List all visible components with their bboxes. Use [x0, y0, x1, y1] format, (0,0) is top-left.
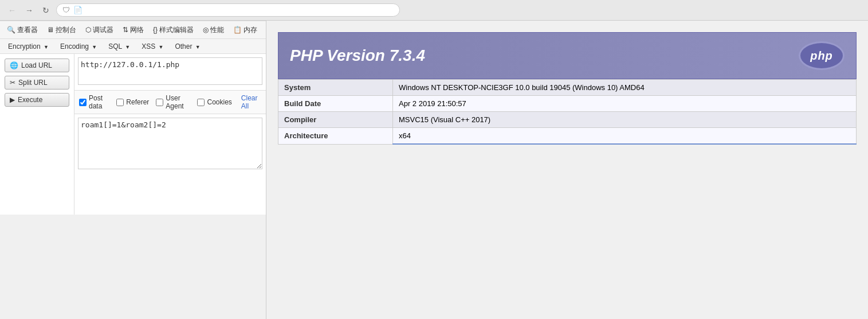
execute-button[interactable]: ▶ Execute [5, 93, 69, 107]
style-editor-icon: {} [153, 26, 158, 34]
php-logo: php [799, 41, 845, 70]
other-menu[interactable]: Other ▼ [170, 41, 205, 52]
hackbar-panel: 🔍 查看器 🖥 控制台 ⬡ 调试器 ⇅ 网络 {} 样式编辑器 [0, 21, 266, 319]
user-agent-checkbox-label[interactable]: User Agent [156, 94, 190, 110]
split-url-button[interactable]: ✂ Split URL [5, 76, 69, 90]
referer-checkbox[interactable] [116, 99, 124, 106]
memory-label: 内存 [243, 25, 257, 35]
back-button[interactable]: ← [6, 5, 18, 16]
encryption-arrow-icon: ▼ [44, 44, 49, 50]
hackbar-menubar: Encryption ▼ Encoding ▼ SQL ▼ XSS ▼ Othe… [0, 39, 266, 54]
security-icon: 🛡 [62, 6, 70, 14]
encryption-menu[interactable]: Encryption ▼ [3, 41, 53, 52]
post-bar: Post data Referer User Agent Cookie [74, 91, 266, 114]
inspector-label: 查看器 [17, 25, 38, 35]
devtools-debugger[interactable]: ⬡ 调试器 [81, 23, 118, 37]
debugger-icon: ⬡ [85, 26, 91, 34]
devtools-console[interactable]: 🖥 控制台 [42, 23, 81, 37]
table-row: Build Date Apr 2 2019 21:50:57 [278, 96, 857, 112]
app-window: ← → ↻ 🛡 📄 127.0.0.1/1.php 🔍 查看器 🖥 控制台 [0, 0, 868, 319]
sql-arrow-icon: ▼ [125, 44, 130, 50]
debugger-label: 调试器 [93, 25, 113, 35]
post-data-field[interactable]: roam1[]=1&roam2[]=2 [78, 118, 262, 169]
system-label: System [278, 80, 393, 96]
load-url-button[interactable]: 🌐 Load URL [5, 59, 69, 72]
encoding-menu[interactable]: Encoding ▼ [56, 41, 101, 52]
devtools-performance[interactable]: ◎ 性能 [198, 23, 229, 37]
memory-icon: 📋 [233, 26, 242, 34]
devtools-inspector[interactable]: 🔍 查看器 [2, 23, 42, 37]
performance-label: 性能 [210, 25, 224, 35]
cookies-checkbox-label[interactable]: Cookies [197, 98, 231, 106]
url-area: http://127.0.0.1/1.php [74, 54, 266, 91]
post-data-checkbox[interactable] [79, 99, 87, 106]
php-header: PHP Version 7.3.4 php [278, 32, 857, 79]
table-row: Architecture x64 [278, 128, 857, 145]
table-row: System Windows NT DESKTOP-NCIE3GF 10.0 b… [278, 80, 857, 96]
hackbar-main: http://127.0.0.1/1.php Post data Referer [74, 54, 266, 215]
architecture-value: x64 [393, 128, 857, 145]
sql-menu[interactable]: SQL ▼ [104, 41, 135, 52]
table-row: Compiler MSVC15 (Visual C++ 2017) [278, 112, 857, 128]
post-data-checkbox-label[interactable]: Post data [79, 94, 109, 110]
load-url-icon: 🌐 [10, 61, 18, 69]
build-date-label: Build Date [278, 96, 393, 112]
php-info-panel: PHP Version 7.3.4 php System Windows NT … [266, 21, 868, 319]
console-label: 控制台 [56, 25, 76, 35]
xss-arrow-icon: ▼ [158, 44, 163, 50]
compiler-label: Compiler [278, 112, 393, 128]
console-icon: 🖥 [47, 26, 54, 34]
network-icon: ⇅ [123, 26, 128, 34]
other-arrow-icon: ▼ [195, 44, 201, 50]
xss-menu[interactable]: XSS ▼ [137, 41, 168, 52]
devtools-network[interactable]: ⇅ 网络 [118, 23, 148, 37]
encoding-arrow-icon: ▼ [92, 44, 97, 50]
clear-all-link[interactable]: Clear All [241, 94, 261, 110]
network-label: 网络 [130, 25, 144, 35]
browser-chrome: ← → ↻ 🛡 📄 127.0.0.1/1.php [0, 0, 868, 21]
build-date-value: Apr 2 2019 21:50:57 [393, 96, 857, 112]
cookies-checkbox[interactable] [197, 99, 205, 106]
hackbar-url-field[interactable]: http://127.0.0.1/1.php [78, 57, 262, 85]
page-icon: 📄 [73, 6, 83, 14]
devtools-storage[interactable]: 💾 存储 [262, 23, 266, 37]
refresh-button[interactable]: ↻ [40, 5, 52, 16]
referer-checkbox-label[interactable]: Referer [116, 98, 149, 106]
php-version-title: PHP Version 7.3.4 [290, 46, 425, 65]
compiler-value: MSVC15 (Visual C++ 2017) [393, 112, 857, 128]
content-area: 🔍 查看器 🖥 控制台 ⬡ 调试器 ⇅ 网络 {} 样式编辑器 [0, 21, 868, 319]
inspector-icon: 🔍 [7, 26, 15, 34]
php-info-table: System Windows NT DESKTOP-NCIE3GF 10.0 b… [278, 79, 857, 145]
execute-icon: ▶ [10, 96, 15, 104]
performance-icon: ◎ [203, 26, 209, 34]
user-agent-checkbox[interactable] [156, 99, 163, 106]
architecture-label: Architecture [278, 128, 393, 145]
devtools-memory[interactable]: 📋 内存 [229, 23, 262, 37]
style-editor-label: 样式编辑器 [159, 25, 194, 35]
hackbar-body: 🌐 Load URL ✂ Split URL ▶ Execute [0, 54, 266, 215]
devtools-toolbar: 🔍 查看器 🖥 控制台 ⬡ 调试器 ⇅ 网络 {} 样式编辑器 [0, 21, 266, 39]
devtools-style-editor[interactable]: {} 样式编辑器 [148, 23, 198, 37]
split-url-icon: ✂ [10, 79, 15, 87]
forward-button[interactable]: → [23, 5, 36, 16]
url-input[interactable]: 127.0.0.1/1.php [86, 6, 394, 14]
address-bar: 🛡 📄 127.0.0.1/1.php [56, 3, 400, 17]
post-data-area: roam1[]=1&roam2[]=2 [74, 114, 266, 215]
hackbar-sidebar: 🌐 Load URL ✂ Split URL ▶ Execute [0, 54, 74, 215]
system-value: Windows NT DESKTOP-NCIE3GF 10.0 build 19… [393, 80, 857, 96]
